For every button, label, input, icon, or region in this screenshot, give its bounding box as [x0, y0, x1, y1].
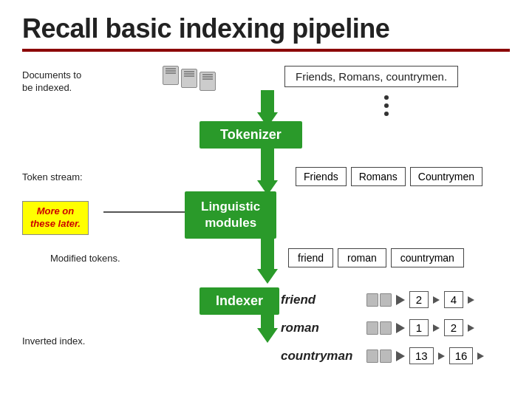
doc-icon-3	[200, 72, 216, 91]
arrow-right-icon	[396, 323, 405, 333]
token-countrymen: Countrymen	[410, 167, 482, 186]
arrow-from-indexer	[257, 306, 278, 343]
more-box: More on these later.	[22, 201, 89, 235]
modified-label: Modified tokens.	[50, 253, 120, 264]
mod-friend: friend	[288, 248, 333, 267]
arrow-shaft	[261, 231, 274, 269]
arrow-tail-icon	[477, 352, 484, 360]
arrow-shaft	[261, 306, 274, 328]
index-entry-roman: roman 1 2	[281, 319, 474, 336]
index-entry-friend: friend 2 4	[281, 291, 474, 308]
slide: Recall basic indexing pipeline Documents…	[0, 0, 532, 399]
num-box-16: 16	[449, 347, 474, 364]
arrow-tail-icon	[468, 324, 474, 332]
mini-doc	[366, 293, 378, 307]
main-area: Documents to be indexed. Friends, Romans…	[22, 62, 510, 365]
mini-doc	[366, 349, 378, 363]
token-romans: Romans	[351, 167, 406, 186]
mini-docs-countryman	[366, 349, 392, 363]
index-word-roman: roman	[281, 321, 362, 335]
doc-icon-1	[163, 66, 179, 85]
mini-docs-roman	[366, 321, 392, 335]
title-underline	[22, 49, 510, 52]
mini-doc	[380, 321, 392, 335]
arrow-small-icon	[433, 324, 440, 332]
doc-icon-2	[181, 69, 197, 88]
mini-doc	[380, 349, 392, 363]
num-box-13: 13	[409, 347, 434, 364]
token-friends: Friends	[296, 167, 347, 186]
modified-boxes: friend roman countryman	[288, 248, 464, 267]
arrow-small-icon	[433, 296, 440, 304]
mini-doc	[380, 293, 392, 307]
dot-2	[384, 103, 389, 108]
documents-label: Documents to be indexed.	[22, 69, 81, 95]
inverted-label: Inverted index.	[22, 335, 85, 347]
page-title: Recall basic indexing pipeline	[22, 13, 510, 44]
arrow-to-indexer	[257, 231, 278, 284]
token-boxes: Friends Romans Countrymen	[296, 167, 482, 186]
dot-3	[384, 112, 389, 116]
index-word-friend: friend	[281, 293, 362, 307]
frc-box: Friends, Romans, countrymen.	[284, 66, 458, 87]
mini-doc	[366, 321, 378, 335]
ellipsis-dots	[384, 95, 389, 116]
mod-roman: roman	[338, 248, 386, 267]
num-box-2: 2	[409, 291, 429, 308]
num-box-4: 4	[444, 291, 463, 308]
arrow-shaft	[261, 90, 274, 112]
token-stream-label: Token stream:	[22, 171, 83, 183]
arrow-to-linguistic	[257, 147, 278, 195]
arrow-small-icon	[438, 352, 445, 360]
connector-line-h	[103, 211, 188, 213]
doc-icons	[163, 66, 216, 91]
dot-1	[384, 95, 389, 100]
arrow-head	[257, 328, 278, 343]
num-box-1: 1	[409, 319, 429, 336]
index-word-countryman: countryman	[281, 349, 362, 364]
mod-countryman: countryman	[391, 248, 464, 267]
arrow-shaft	[261, 147, 274, 180]
mini-docs-friend	[366, 293, 392, 307]
arrow-tail-icon	[468, 296, 474, 304]
arrow-head	[257, 269, 278, 284]
tokenizer-box: Tokenizer	[200, 121, 302, 149]
arrow-right-icon	[396, 295, 405, 305]
arrow-right-icon	[396, 351, 405, 361]
num-box-2b: 2	[444, 319, 463, 336]
index-entry-countryman: countryman 13 16	[281, 347, 484, 364]
